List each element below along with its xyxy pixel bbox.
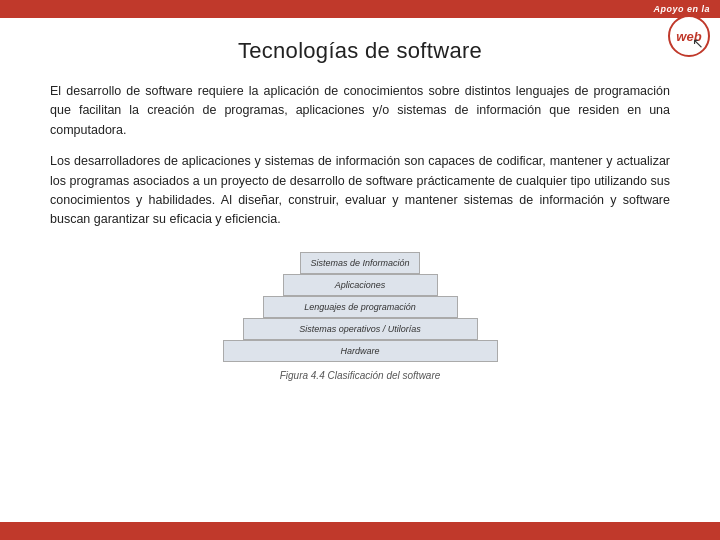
pyramid-layer-2: Aplicaciones (283, 274, 438, 296)
pyramid-layer-4-label: Sistemas operativos / Utilorías (299, 324, 421, 334)
diagram-container: Sistemas de Información Aplicaciones Len… (50, 252, 670, 381)
pyramid-diagram: Sistemas de Información Aplicaciones Len… (220, 252, 500, 362)
bottom-bar (0, 522, 720, 540)
pyramid-layer-5: Hardware (223, 340, 498, 362)
pyramid-layer-1-label: Sistemas de Información (310, 258, 409, 268)
pyramid-layer-1: Sistemas de Información (300, 252, 420, 274)
top-bar (0, 0, 720, 18)
badge-text: Apoyo en la (653, 4, 710, 14)
page-title: Tecnologías de software (238, 38, 482, 64)
diagram-caption: Figura 4.4 Clasificación del software (280, 370, 441, 381)
pyramid-layer-5-label: Hardware (340, 346, 379, 356)
pyramid-layer-3: Lenguajes de programación (263, 296, 458, 318)
paragraph-1: El desarrollo de software requiere la ap… (50, 82, 670, 140)
pyramid-layer-4: Sistemas operativos / Utilorías (243, 318, 478, 340)
main-content: Tecnologías de software El desarrollo de… (0, 18, 720, 522)
pyramid-layer-2-label: Aplicaciones (335, 280, 386, 290)
pyramid-layer-3-label: Lenguajes de programación (304, 302, 416, 312)
paragraph-2: Los desarrolladores de aplicaciones y si… (50, 152, 670, 230)
